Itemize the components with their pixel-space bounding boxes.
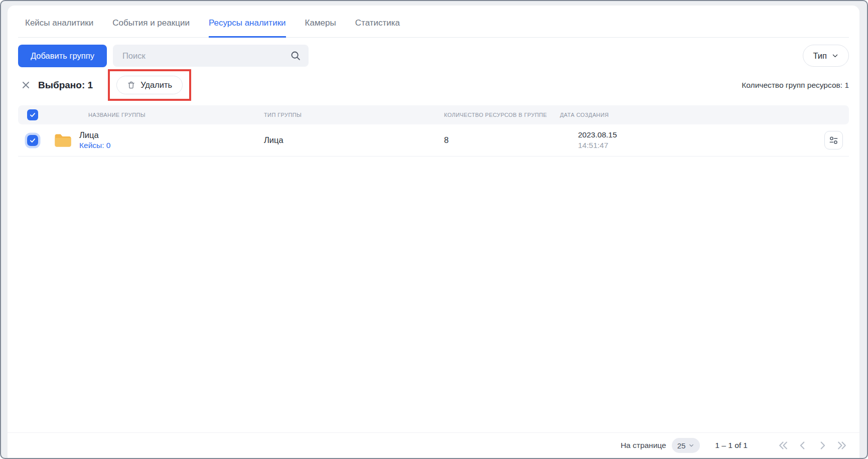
sliders-icon [828,135,839,145]
search-input[interactable] [113,45,309,67]
groups-count-label: Количество групп ресурсов: 1 [742,81,849,90]
tab-statistics[interactable]: Статистика [355,18,400,37]
tab-cameras[interactable]: Камеры [305,18,336,37]
prev-page-button[interactable] [796,439,809,452]
first-page-button[interactable] [777,439,790,452]
next-page-button[interactable] [816,439,829,452]
tab-bar: Кейсы аналитики События и реакции Ресурс… [18,6,849,38]
table-row[interactable]: Лица Кейсы: 0 Лица 8 2023.08.15 14:51:47 [18,124,849,157]
trash-icon [127,81,135,89]
check-icon [29,137,36,144]
group-type: Лица [264,135,443,145]
search-icon[interactable] [290,50,301,61]
column-header-group-name: НАЗВАНИЕ ГРУППЫ [47,112,264,118]
column-header-created-date: ДАТА СОЗДАНИЯ [560,112,824,118]
delete-button[interactable]: Удалить [116,76,183,94]
type-filter-dropdown[interactable]: Тип [803,45,849,67]
pager-controls [777,439,848,452]
per-page-label: На странице [621,441,666,450]
chevron-left-icon [797,440,808,451]
chevron-down-icon [831,52,839,60]
tab-analytics-resources[interactable]: Ресурсы аналитики [209,18,286,37]
type-filter-label: Тип [813,51,827,61]
table-header: НАЗВАНИЕ ГРУППЫ ТИП ГРУППЫ КОЛИЧЕСТВО РЕ… [18,105,849,124]
toolbar: Добавить группу Тип [18,44,849,67]
selected-count-label: Выбрано: 1 [38,80,93,91]
content-card: Кейсы аналитики События и реакции Ресурс… [8,6,859,458]
page-range-label: 1 – 1 of 1 [715,441,748,450]
per-page-select[interactable]: 25 [672,438,700,453]
annotation-highlight: Удалить [108,69,191,101]
chevron-right-icon [817,440,828,451]
group-created-date: 2023.08.15 [578,130,824,139]
pagination-bar: На странице 25 1 – 1 of 1 [8,432,859,458]
close-icon[interactable] [21,80,31,90]
select-all-checkbox[interactable] [27,109,38,120]
group-created-time: 14:51:47 [578,141,824,150]
chevron-down-icon [688,442,694,448]
group-cases-link[interactable]: Кейсы: 0 [79,141,110,150]
double-chevron-right-icon [836,440,847,451]
row-checkbox[interactable] [27,135,38,146]
tab-analytics-cases[interactable]: Кейсы аналитики [25,18,93,37]
tab-events-reactions[interactable]: События и реакции [112,18,190,37]
folder-icon [54,133,72,148]
app-window: Кейсы аналитики События и реакции Ресурс… [0,0,868,459]
selection-bar: Выбрано: 1 Удалить Количество групп ресу… [18,69,849,101]
column-header-resources-count: КОЛИЧЕСТВО РЕСУРСОВ В ГРУППЕ [443,112,560,118]
group-resources-count: 8 [443,135,560,145]
last-page-button[interactable] [835,439,848,452]
search-box [113,45,309,67]
per-page-value: 25 [677,441,686,450]
delete-button-label: Удалить [140,80,172,90]
group-name: Лица [79,130,110,140]
add-group-button[interactable]: Добавить группу [18,45,107,67]
double-chevron-left-icon [778,440,789,451]
row-settings-button[interactable] [824,131,843,149]
column-header-group-type: ТИП ГРУППЫ [264,112,443,118]
check-icon [29,111,36,118]
